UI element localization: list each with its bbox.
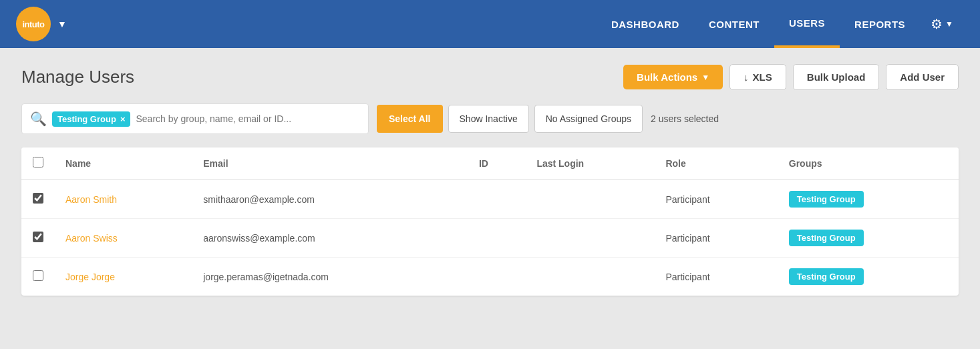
row-groups: Testing Group <box>778 180 959 219</box>
row-groups: Testing Group <box>778 219 959 258</box>
row-last-login <box>526 258 655 296</box>
header-actions: Bulk Actions ▼ ↓ XLS Bulk Upload Add Use… <box>623 64 959 90</box>
group-badge[interactable]: Testing Group <box>789 230 864 246</box>
page-header: Manage Users Bulk Actions ▼ ↓ XLS Bulk U… <box>21 64 959 90</box>
page-title: Manage Users <box>21 67 134 87</box>
row-last-login <box>526 219 655 258</box>
row-checkbox-cell <box>21 219 55 258</box>
row-checkbox[interactable] <box>33 193 43 204</box>
select-all-checkbox[interactable] <box>33 157 43 167</box>
col-checkbox <box>21 147 55 180</box>
add-user-button[interactable]: Add User <box>886 64 959 90</box>
search-row: 🔍 Testing Group × Select All Show Inacti… <box>21 103 959 134</box>
search-tag-close[interactable]: × <box>120 114 126 124</box>
table-row: Aaron Swissaaronswiss@example.comPartici… <box>21 219 959 258</box>
row-id <box>468 258 526 296</box>
nav-dashboard[interactable]: DASHBOARD <box>597 0 694 48</box>
row-last-login <box>526 180 655 219</box>
download-icon: ↓ <box>744 71 749 83</box>
search-tag: Testing Group × <box>52 111 130 127</box>
selected-count: 2 users selected <box>651 113 719 124</box>
row-id <box>468 180 526 219</box>
row-email: jorge.peramas@igetnada.com <box>192 258 468 296</box>
bulk-actions-button[interactable]: Bulk Actions ▼ <box>623 65 723 89</box>
col-role: Role <box>655 147 778 180</box>
filter-buttons: Select All Show Inactive No Assigned Gro… <box>377 105 719 133</box>
page-content: Manage Users Bulk Actions ▼ ↓ XLS Bulk U… <box>0 48 980 349</box>
bulk-upload-button[interactable]: Bulk Upload <box>793 64 880 90</box>
main-nav: DASHBOARD CONTENT USERS REPORTS ⚙ ▼ <box>597 0 964 48</box>
gear-dropdown-arrow: ▼ <box>945 19 953 29</box>
row-email: smithaaron@example.com <box>192 180 468 219</box>
row-checkbox[interactable] <box>33 270 43 281</box>
row-role: Participant <box>655 180 778 219</box>
nav-reports[interactable]: REPORTS <box>840 0 920 48</box>
no-assigned-groups-button[interactable]: No Assigned Groups <box>534 105 643 133</box>
search-input[interactable] <box>136 113 360 124</box>
settings-button[interactable]: ⚙ ▼ <box>920 0 964 48</box>
xls-button[interactable]: ↓ XLS <box>729 64 786 90</box>
search-box: 🔍 Testing Group × <box>21 103 369 134</box>
navbar: intuto ▼ DASHBOARD CONTENT USERS REPORTS… <box>0 0 980 48</box>
nav-content[interactable]: CONTENT <box>694 0 774 48</box>
group-badge[interactable]: Testing Group <box>789 268 864 285</box>
row-checkbox-cell <box>21 258 55 296</box>
table-row: Jorge Jorgejorge.peramas@igetnada.comPar… <box>21 258 959 296</box>
gear-icon: ⚙ <box>931 16 943 32</box>
table-header-row: Name Email ID Last Login Role Groups <box>21 147 959 180</box>
row-name[interactable]: Aaron Swiss <box>55 219 192 258</box>
row-id <box>468 219 526 258</box>
users-table: Name Email ID Last Login Role Groups Aar… <box>21 147 959 296</box>
row-role: Participant <box>655 258 778 296</box>
logo-dropdown-arrow[interactable]: ▼ <box>57 19 67 29</box>
col-name: Name <box>55 147 192 180</box>
row-checkbox[interactable] <box>33 232 43 242</box>
col-last-login: Last Login <box>526 147 655 180</box>
nav-users[interactable]: USERS <box>774 0 840 48</box>
logo[interactable]: intuto <box>16 7 51 41</box>
group-badge[interactable]: Testing Group <box>789 191 864 208</box>
table-row: Aaron Smithsmithaaron@example.comPartici… <box>21 180 959 219</box>
row-groups: Testing Group <box>778 258 959 296</box>
row-name[interactable]: Aaron Smith <box>55 180 192 219</box>
row-name[interactable]: Jorge Jorge <box>55 258 192 296</box>
col-id: ID <box>468 147 526 180</box>
row-checkbox-cell <box>21 180 55 219</box>
col-groups: Groups <box>778 147 959 180</box>
row-role: Participant <box>655 219 778 258</box>
row-email: aaronswiss@example.com <box>192 219 468 258</box>
col-email: Email <box>192 147 468 180</box>
search-icon: 🔍 <box>30 111 47 127</box>
select-all-button[interactable]: Select All <box>377 105 443 133</box>
show-inactive-button[interactable]: Show Inactive <box>448 105 529 133</box>
